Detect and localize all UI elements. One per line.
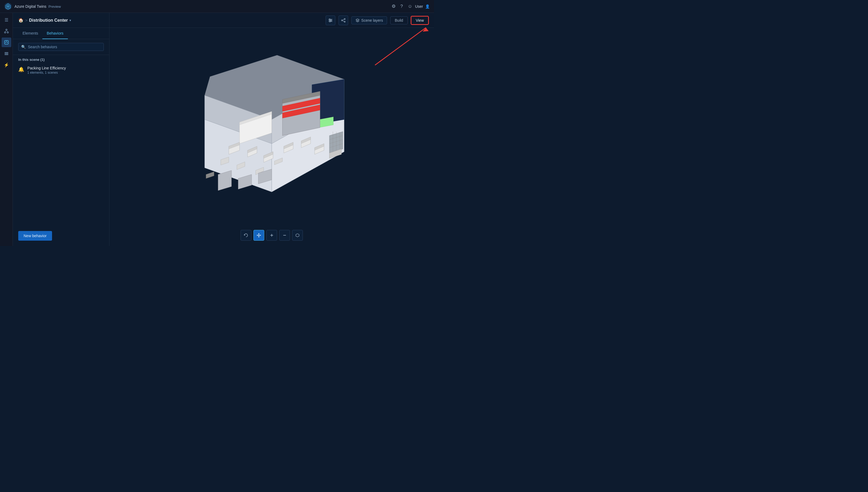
topbar-icons: ⚙ ? ☺ [392, 3, 413, 9]
rail-behaviors-icon[interactable] [2, 38, 11, 47]
behavior-info: Packing Line Efficiency 1 elements, 1 sc… [27, 66, 66, 74]
svg-rect-14 [4, 54, 8, 55]
tab-elements[interactable]: Elements [18, 28, 42, 39]
svg-rect-13 [4, 53, 8, 54]
svg-point-11 [6, 41, 7, 42]
scene-layers-label: Scene layers [361, 18, 383, 23]
svg-line-24 [343, 19, 344, 20]
breadcrumb-chevron-icon[interactable]: ▾ [69, 19, 71, 22]
rail-layers-icon[interactable] [2, 49, 11, 58]
svg-point-20 [329, 21, 330, 22]
svg-marker-26 [356, 19, 359, 20]
user-person-icon: 👤 [425, 4, 430, 8]
rail-menu-icon[interactable]: ☰ [2, 15, 11, 25]
svg-marker-68 [206, 172, 214, 178]
home-icon[interactable]: 🏠 [18, 18, 24, 23]
breadcrumb-current-page: Distribution Center [29, 18, 68, 23]
rotate-control[interactable] [241, 230, 251, 241]
search-icon: 🔍 [21, 45, 26, 49]
svg-marker-74 [296, 234, 299, 237]
building-3d [178, 52, 366, 200]
svg-point-23 [344, 21, 345, 22]
topbar: Azure Digital Twins Preview ⚙ ? ☺ User 👤 [0, 0, 434, 13]
app-name: Azure Digital Twins Preview [15, 4, 61, 8]
user-label: User [415, 4, 423, 8]
tab-behaviors[interactable]: Behaviors [42, 28, 68, 39]
user-menu[interactable]: User 👤 [415, 4, 430, 8]
smiley-icon[interactable]: ☺ [408, 4, 412, 9]
move-control[interactable] [254, 230, 264, 241]
svg-point-22 [342, 20, 343, 21]
left-panel: 🏠 > Distribution Center ▾ Elements Behav… [13, 13, 110, 246]
scene-layers-button[interactable]: Scene layers [351, 16, 387, 24]
breadcrumb-separator: > [25, 18, 27, 23]
behavior-meta: 1 elements, 1 scenes [27, 71, 66, 74]
rail-nodes-icon[interactable] [2, 26, 11, 36]
main-layout: ☰ ⚡ 🏠 > Distribution Center ▾ Elements B… [0, 13, 434, 246]
behavior-name: Packing Line Efficiency [27, 66, 66, 70]
svg-point-4 [4, 32, 6, 33]
svg-line-25 [343, 21, 344, 21]
zoom-out-control[interactable] [279, 230, 290, 241]
svg-point-9 [5, 42, 6, 43]
svg-point-19 [330, 20, 331, 21]
svg-point-3 [6, 29, 7, 30]
svg-point-18 [329, 19, 330, 20]
svg-point-10 [7, 42, 7, 43]
svg-rect-12 [4, 52, 8, 53]
panel-tabs: Elements Behaviors [13, 28, 109, 39]
scene-section-label: In this scene (1) [13, 55, 109, 63]
bell-icon: 🔔 [18, 67, 24, 72]
fit-control[interactable] [292, 230, 303, 241]
svg-point-21 [344, 19, 345, 20]
new-behavior-button[interactable]: New behavior [18, 231, 52, 241]
settings-icon[interactable]: ⚙ [392, 3, 396, 9]
list-item[interactable]: 🔔 Packing Line Efficiency 1 elements, 1 … [13, 63, 109, 77]
canvas-controls [241, 230, 303, 241]
icon-rail: ☰ ⚡ [0, 13, 13, 246]
svg-line-6 [5, 30, 6, 32]
app-logo [4, 3, 12, 10]
search-input[interactable] [28, 45, 101, 49]
toolbar-sliders-icon[interactable] [326, 16, 335, 25]
search-container: 🔍 [13, 39, 109, 55]
build-button[interactable]: Build [390, 16, 408, 24]
svg-point-5 [7, 32, 8, 33]
main-canvas: Scene layers Build View [110, 13, 434, 246]
toolbar-share-icon[interactable] [338, 16, 348, 25]
view-button[interactable]: View [411, 16, 429, 25]
rail-bolt-icon[interactable]: ⚡ [2, 60, 11, 70]
svg-marker-65 [218, 170, 232, 191]
scene-3d-view[interactable] [110, 28, 434, 225]
svg-line-7 [6, 30, 8, 32]
breadcrumb: 🏠 > Distribution Center ▾ [13, 13, 109, 28]
search-box: 🔍 [18, 43, 104, 51]
canvas-toolbar: Scene layers Build View [110, 13, 434, 28]
help-icon[interactable]: ? [400, 4, 403, 9]
zoom-in-control[interactable] [266, 230, 277, 241]
